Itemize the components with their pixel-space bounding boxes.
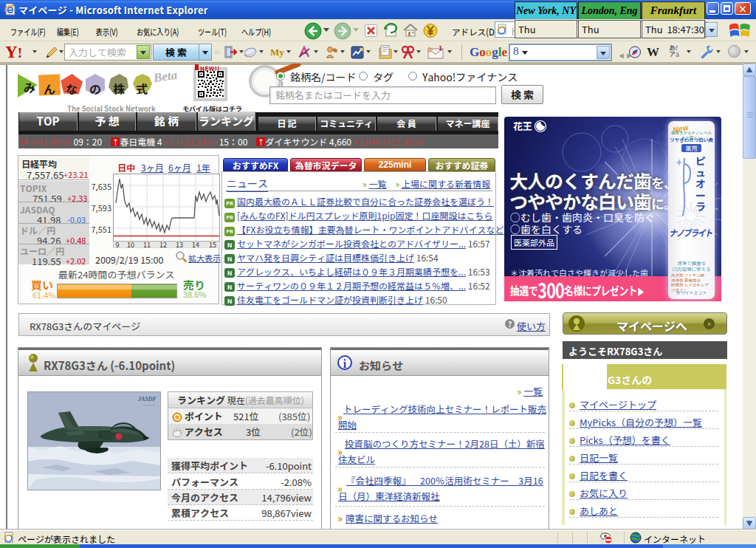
svg-text:な: な [66, 80, 78, 97]
svg-text:の: の [89, 80, 101, 97]
svg-text:JASDF: JASDF [137, 396, 157, 403]
svg-text:10: 10 [127, 240, 134, 248]
svg-text:式: 式 [136, 80, 148, 97]
svg-text:1: 1 [439, 44, 442, 52]
svg-text:12: 12 [159, 240, 167, 248]
svg-text:ん: ん [44, 80, 55, 97]
svg-text:株: 株 [113, 80, 125, 97]
svg-text:9: 9 [116, 240, 120, 248]
svg-text:15: 15 [209, 240, 216, 248]
svg-text:13: 13 [176, 240, 183, 248]
svg-text:11: 11 [143, 240, 151, 248]
svg-text:み: み [24, 78, 35, 96]
svg-text:Phantom: Phantom [142, 403, 156, 407]
svg-text:14: 14 [192, 240, 199, 248]
